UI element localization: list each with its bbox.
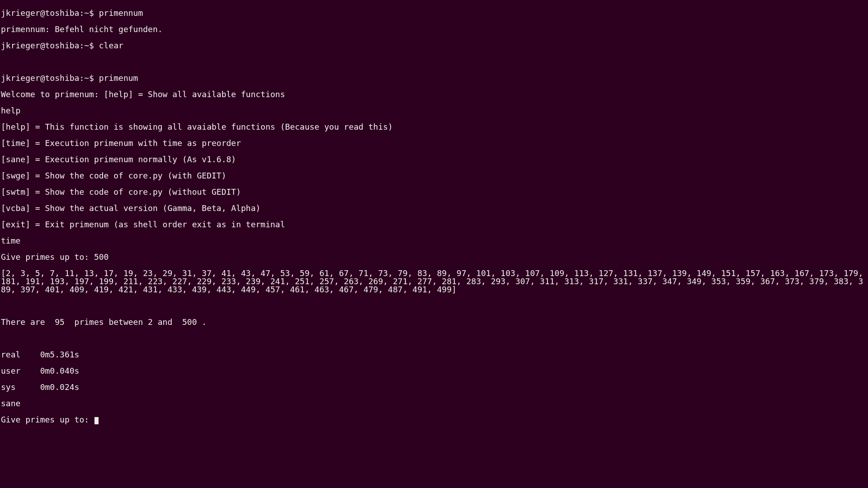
terminal-line: real 0m5.361s [1, 351, 867, 359]
terminal-line: There are 95 primes between 2 and 500 . [1, 318, 867, 326]
terminal-line: [swtm] = Show the code of core.py (witho… [1, 188, 867, 196]
terminal-line: [help] = This function is showing all av… [1, 123, 867, 131]
terminal-line: jkrieger@toshiba:~$ primennum [1, 9, 867, 17]
terminal-line [1, 334, 867, 343]
terminal-line: [swge] = Show the code of core.py (with … [1, 172, 867, 180]
terminal-line: Give primes up to: 500 [1, 253, 867, 261]
terminal-output-primes: [2, 3, 5, 7, 11, 13, 17, 19, 23, 29, 31,… [1, 269, 867, 294]
cursor-icon [94, 417, 99, 424]
terminal-line: [sane] = Execution primenum normally (As… [1, 155, 867, 164]
terminal-line: [exit] = Exit primenum (as shell order e… [1, 221, 867, 229]
command-text: clear [99, 41, 123, 50]
terminal-line: jkrieger@toshiba:~$ clear [1, 42, 867, 50]
shell-prompt: jkrieger@toshiba:~$ [1, 8, 99, 18]
terminal-line: user 0m0.040s [1, 367, 867, 375]
shell-prompt: jkrieger@toshiba:~$ [1, 41, 99, 50]
terminal-line: Welcome to primenum: [help] = Show all a… [1, 90, 867, 99]
command-text: primenum [99, 73, 138, 83]
terminal-window[interactable]: jkrieger@toshiba:~$ primennum primennum:… [0, 0, 868, 488]
terminal-line: time [1, 237, 867, 245]
terminal-line: jkrieger@toshiba:~$ primenum [1, 74, 867, 82]
prompt-text: Give primes up to: [1, 415, 94, 424]
terminal-line: [vcba] = Show the actual version (Gamma,… [1, 204, 867, 212]
terminal-line: sane [1, 399, 867, 408]
terminal-line [1, 302, 867, 310]
command-text: primennum [99, 8, 143, 18]
terminal-line: help [1, 107, 867, 115]
terminal-input-line[interactable]: Give primes up to: [1, 416, 867, 424]
terminal-line: [time] = Execution primenum with time as… [1, 139, 867, 147]
terminal-line [1, 58, 867, 66]
terminal-line: sys 0m0.024s [1, 383, 867, 391]
terminal-line: primennum: Befehl nicht gefunden. [1, 25, 867, 33]
shell-prompt: jkrieger@toshiba:~$ [1, 73, 99, 83]
